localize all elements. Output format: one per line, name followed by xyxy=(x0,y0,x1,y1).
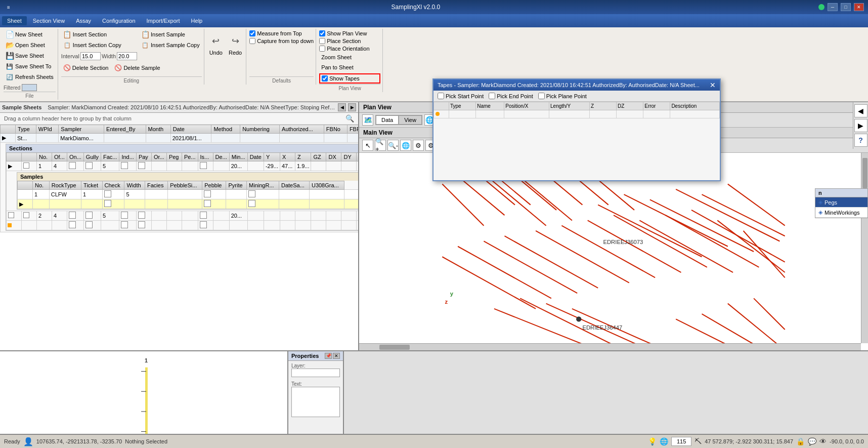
globe-mv[interactable]: 🌐 xyxy=(400,140,411,151)
menu-sheet[interactable]: Sheet xyxy=(2,16,27,25)
samples-container-row: Samples No.RockTypeTicketCheckWidthFacie… xyxy=(7,171,359,211)
expand-cell[interactable]: ▶ xyxy=(1,134,16,143)
pick-start-checkbox[interactable] xyxy=(438,93,444,99)
props-close-button[interactable]: ✕ xyxy=(333,353,340,359)
sidebar-btn-1[interactable]: ◀ xyxy=(854,104,867,117)
text-input[interactable] xyxy=(291,387,340,417)
zoom-out-mv[interactable]: 🔍- xyxy=(387,140,399,151)
show-plan-view-checkbox[interactable] xyxy=(319,30,325,36)
svg-line-14 xyxy=(702,194,785,236)
redo-button[interactable]: ↪ Redo xyxy=(227,34,244,58)
col-date: Date xyxy=(170,125,211,134)
insert-section-copy-button[interactable]: 📋 Insert Section Copy xyxy=(61,40,137,51)
tapes-orange-dot xyxy=(436,112,440,116)
insert-section-button[interactable]: 📋 Insert Section xyxy=(61,30,137,40)
refresh-sheets-button[interactable]: 🔄 Refresh Sheets xyxy=(4,72,56,83)
delete-section-button[interactable]: 🚫 Delete Section xyxy=(61,63,111,73)
capture-from-top-checkbox[interactable] xyxy=(249,38,255,44)
pick-plane-checkbox[interactable] xyxy=(538,93,545,99)
data-tab[interactable]: Data xyxy=(376,115,399,125)
scrollbar-thumb-h[interactable] xyxy=(379,345,410,350)
col-type: Type xyxy=(16,125,36,134)
cursor-mv[interactable]: ↖ xyxy=(362,140,373,151)
open-sheet-button[interactable]: 📂 Open Sheet xyxy=(4,40,56,51)
plan-view-group-label: Plan View xyxy=(319,84,380,91)
search-icon[interactable]: 🔍 xyxy=(345,114,354,123)
undo-icon: ↩ xyxy=(212,35,220,48)
place-section-checkbox[interactable] xyxy=(319,38,325,44)
zoom-sheet-button[interactable]: Zoom Sheet xyxy=(319,53,380,62)
layer-icon-pegs: ◈ xyxy=(818,199,822,206)
insert-sample-button[interactable]: 📋 Insert Sample xyxy=(139,30,202,40)
prev-sheet-button[interactable]: ◀ xyxy=(338,103,346,111)
settings-mv[interactable]: ⚙ xyxy=(413,140,424,151)
scrollbar-vertical[interactable] xyxy=(861,153,868,343)
menu-import-export[interactable]: Import/Export xyxy=(142,16,185,25)
month-cell xyxy=(146,134,170,143)
text-field: Text: xyxy=(288,379,343,420)
minimize-button[interactable]: ─ xyxy=(828,3,838,11)
props-pin-button[interactable]: 📌 xyxy=(325,353,332,359)
insert-sample-copy-button[interactable]: 📋 Insert Sample Copy xyxy=(139,40,202,51)
cursor-tool[interactable]: 🗺️ xyxy=(362,114,373,126)
place-orientation-checkbox[interactable] xyxy=(319,46,325,52)
help-icon[interactable]: ? xyxy=(854,134,867,147)
layer-input[interactable] xyxy=(291,369,340,377)
sampler-cell: MarkDiamo... xyxy=(59,134,104,143)
layer-item-mineworkings[interactable]: ◈ MineWorkings xyxy=(815,208,867,218)
wpid-cell xyxy=(36,134,59,143)
col-entered: Entered_By xyxy=(104,125,146,134)
layer-item-pegs[interactable]: ◈ Pegs xyxy=(815,197,867,208)
section-expand-1[interactable] xyxy=(23,162,29,169)
editing-group: 📋 Insert Section 📋 Insert Section Copy I… xyxy=(59,29,204,85)
tapes-close-button[interactable]: ✕ xyxy=(710,81,716,89)
plan-view-group: Show Plan View Place Section Place Orien… xyxy=(317,29,383,92)
chat-icon: 💬 xyxy=(808,437,816,445)
auth-cell xyxy=(280,134,324,143)
svg-line-16 xyxy=(442,257,536,309)
main-table: Type WPId Sampler Entered_By Month Date … xyxy=(0,125,358,232)
tapes-grid[interactable]: Type Name Position/X Length/Y Z DZ Error… xyxy=(433,102,720,180)
scrollbar-thumb-v[interactable] xyxy=(862,158,867,188)
menu-section-view[interactable]: Section View xyxy=(28,16,70,25)
maximize-button[interactable]: □ xyxy=(841,3,851,11)
interval-input[interactable] xyxy=(80,52,101,60)
scrollbar-horizontal[interactable] xyxy=(359,343,861,350)
table-row: ▶ St... MarkDiamo... 2021/08/1... xyxy=(1,134,359,143)
window-tab[interactable]: ≡ xyxy=(4,4,13,11)
save-sheet-button[interactable]: 💾 Save Sheet xyxy=(4,51,56,61)
zoom-in-mv[interactable]: 🔍+ xyxy=(375,140,386,151)
menu-help[interactable]: Help xyxy=(186,16,208,25)
insert-sample-icon: 📋 xyxy=(141,31,149,39)
main-grid[interactable]: Type WPId Sampler Entered_By Month Date … xyxy=(0,125,358,232)
save-sheet-to-button[interactable]: 💾 Save Sheet To xyxy=(4,62,56,72)
entered-cell xyxy=(104,134,146,143)
pan-to-sheet-button[interactable]: Pan to Sheet xyxy=(319,63,380,72)
show-tapes-checkbox[interactable] xyxy=(322,75,328,82)
next-sheet-button[interactable]: ▶ xyxy=(348,103,356,111)
close-button[interactable]: ✕ xyxy=(854,3,864,11)
zoom-input[interactable] xyxy=(671,437,691,446)
width-input[interactable] xyxy=(117,52,137,60)
data-view-tabs: Data View xyxy=(375,115,422,125)
delete-sample-button[interactable]: 🚫 Delete Sample xyxy=(112,63,162,73)
measure-from-top-checkbox[interactable] xyxy=(249,30,255,36)
sections-table: No.Of...On...GullyFac...Ind...PayOr...Pe… xyxy=(6,152,358,230)
pick-end-checkbox[interactable] xyxy=(489,93,495,99)
plan-canvas[interactable]: EDRIEEJ36073 EDRIEEJ36447 y z xyxy=(359,153,868,350)
menu-assay[interactable]: Assay xyxy=(71,16,96,25)
sidebar-btn-2[interactable]: ▶ xyxy=(854,119,867,132)
filtered-toggle[interactable] xyxy=(22,84,37,91)
view-tab[interactable]: View xyxy=(399,115,422,125)
user-icon: 👤 xyxy=(23,437,33,446)
new-sheet-button[interactable]: 📄 New Sheet xyxy=(4,30,56,40)
globe-status-icon: 🌐 xyxy=(660,437,668,445)
menu-bar: Sheet Section View Assay Configuration I… xyxy=(0,14,868,27)
undo-button[interactable]: ↩ Undo xyxy=(207,34,225,58)
menu-configuration[interactable]: Configuration xyxy=(97,16,140,25)
lamp-icon: 💡 xyxy=(648,437,657,445)
z-axis-label: z xyxy=(445,299,448,305)
type-cell: St... xyxy=(16,134,36,143)
tapes-panel: Tapes - Sampler: MarkDiamond Created: 20… xyxy=(432,78,721,181)
properties-header: Properties 📌 ✕ xyxy=(288,351,343,361)
